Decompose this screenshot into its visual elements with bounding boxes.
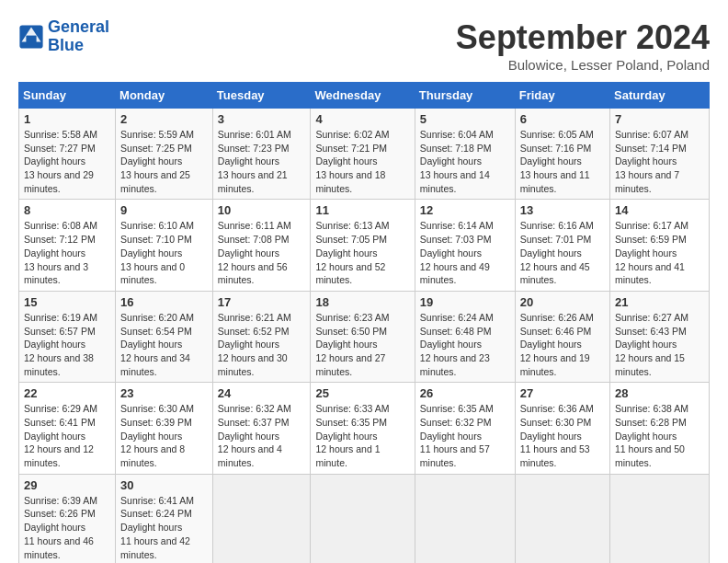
calendar-cell: 15 Sunrise: 6:19 AMSunset: 6:57 PMDaylig… <box>19 291 116 382</box>
cell-info: Sunrise: 6:04 AMSunset: 7:18 PMDaylight … <box>420 129 494 194</box>
calendar-week-5: 29 Sunrise: 6:39 AMSunset: 6:26 PMDaylig… <box>19 474 710 563</box>
calendar-cell: 5 Sunrise: 6:04 AMSunset: 7:18 PMDayligh… <box>415 109 515 200</box>
cell-info: Sunrise: 6:10 AMSunset: 7:10 PMDaylight … <box>120 220 194 285</box>
calendar-cell: 20 Sunrise: 6:26 AMSunset: 6:46 PMDaylig… <box>515 291 609 382</box>
calendar-cell: 11 Sunrise: 6:13 AMSunset: 7:05 PMDaylig… <box>311 200 415 291</box>
day-number: 9 <box>120 203 208 217</box>
calendar-week-1: 1 Sunrise: 5:58 AMSunset: 7:27 PMDayligh… <box>19 109 710 200</box>
weekday-header-saturday: Saturday <box>610 83 710 109</box>
day-number: 13 <box>520 203 605 217</box>
calendar-cell: 1 Sunrise: 5:58 AMSunset: 7:27 PMDayligh… <box>19 109 116 200</box>
cell-info: Sunrise: 6:36 AMSunset: 6:30 PMDaylight … <box>520 403 594 468</box>
day-number: 11 <box>315 203 409 217</box>
calendar-cell <box>610 474 710 563</box>
day-number: 25 <box>315 386 409 400</box>
calendar-cell: 6 Sunrise: 6:05 AMSunset: 7:16 PMDayligh… <box>515 109 609 200</box>
day-number: 26 <box>420 386 510 400</box>
page-header: General Blue September 2024 Bulowice, Le… <box>18 18 710 73</box>
cell-info: Sunrise: 6:08 AMSunset: 7:12 PMDaylight … <box>24 220 97 285</box>
day-number: 5 <box>420 112 510 126</box>
calendar-cell: 14 Sunrise: 6:17 AMSunset: 6:59 PMDaylig… <box>610 200 710 291</box>
day-number: 12 <box>420 203 510 217</box>
cell-info: Sunrise: 6:39 AMSunset: 6:26 PMDaylight … <box>24 495 97 560</box>
cell-info: Sunrise: 6:20 AMSunset: 6:54 PMDaylight … <box>120 312 194 377</box>
day-number: 21 <box>615 295 704 309</box>
calendar-cell: 29 Sunrise: 6:39 AMSunset: 6:26 PMDaylig… <box>19 474 116 563</box>
cell-info: Sunrise: 6:21 AMSunset: 6:52 PMDaylight … <box>218 312 291 377</box>
calendar-cell: 3 Sunrise: 6:01 AMSunset: 7:23 PMDayligh… <box>212 109 311 200</box>
day-number: 8 <box>24 203 110 217</box>
location-subtitle: Bulowice, Lesser Poland, Poland <box>456 57 710 73</box>
cell-info: Sunrise: 6:33 AMSunset: 6:35 PMDaylight … <box>315 403 389 468</box>
cell-info: Sunrise: 6:19 AMSunset: 6:57 PMDaylight … <box>24 312 97 377</box>
day-number: 16 <box>120 295 208 309</box>
cell-info: Sunrise: 6:16 AMSunset: 7:01 PMDaylight … <box>520 220 594 285</box>
calendar-cell <box>311 474 415 563</box>
logo-text: General Blue <box>48 18 109 55</box>
cell-info: Sunrise: 5:58 AMSunset: 7:27 PMDaylight … <box>24 129 97 194</box>
calendar-cell: 26 Sunrise: 6:35 AMSunset: 6:32 PMDaylig… <box>415 383 515 474</box>
cell-info: Sunrise: 6:17 AMSunset: 6:59 PMDaylight … <box>615 220 688 285</box>
day-number: 2 <box>120 112 208 126</box>
calendar-cell: 13 Sunrise: 6:16 AMSunset: 7:01 PMDaylig… <box>515 200 609 291</box>
calendar-cell <box>515 474 609 563</box>
cell-info: Sunrise: 6:30 AMSunset: 6:39 PMDaylight … <box>120 403 194 468</box>
weekday-header-friday: Friday <box>515 83 609 109</box>
cell-info: Sunrise: 6:35 AMSunset: 6:32 PMDaylight … <box>420 403 494 468</box>
calendar-cell: 12 Sunrise: 6:14 AMSunset: 7:03 PMDaylig… <box>415 200 515 291</box>
day-number: 18 <box>315 295 409 309</box>
weekday-header-sunday: Sunday <box>19 83 116 109</box>
month-title: September 2024 <box>456 18 710 57</box>
cell-info: Sunrise: 6:38 AMSunset: 6:28 PMDaylight … <box>615 403 688 468</box>
calendar-cell: 23 Sunrise: 6:30 AMSunset: 6:39 PMDaylig… <box>116 383 213 474</box>
day-number: 19 <box>420 295 510 309</box>
calendar-cell: 22 Sunrise: 6:29 AMSunset: 6:41 PMDaylig… <box>19 383 116 474</box>
day-number: 29 <box>24 478 110 492</box>
day-number: 10 <box>218 203 306 217</box>
cell-info: Sunrise: 6:02 AMSunset: 7:21 PMDaylight … <box>315 129 389 194</box>
calendar-cell: 17 Sunrise: 6:21 AMSunset: 6:52 PMDaylig… <box>212 291 311 382</box>
cell-info: Sunrise: 6:32 AMSunset: 6:37 PMDaylight … <box>218 403 291 468</box>
calendar-cell: 24 Sunrise: 6:32 AMSunset: 6:37 PMDaylig… <box>212 383 311 474</box>
logo-icon <box>18 24 44 50</box>
calendar-cell: 10 Sunrise: 6:11 AMSunset: 7:08 PMDaylig… <box>212 200 311 291</box>
day-number: 24 <box>218 386 306 400</box>
cell-info: Sunrise: 6:26 AMSunset: 6:46 PMDaylight … <box>520 312 594 377</box>
calendar-cell: 4 Sunrise: 6:02 AMSunset: 7:21 PMDayligh… <box>311 109 415 200</box>
calendar-cell: 2 Sunrise: 5:59 AMSunset: 7:25 PMDayligh… <box>116 109 213 200</box>
weekday-header-wednesday: Wednesday <box>311 83 415 109</box>
day-number: 3 <box>218 112 306 126</box>
cell-info: Sunrise: 6:27 AMSunset: 6:43 PMDaylight … <box>615 312 688 377</box>
cell-info: Sunrise: 5:59 AMSunset: 7:25 PMDaylight … <box>120 129 194 194</box>
calendar-cell: 25 Sunrise: 6:33 AMSunset: 6:35 PMDaylig… <box>311 383 415 474</box>
cell-info: Sunrise: 6:07 AMSunset: 7:14 PMDaylight … <box>615 129 688 194</box>
day-number: 20 <box>520 295 605 309</box>
svg-rect-2 <box>26 35 36 42</box>
weekday-header-thursday: Thursday <box>415 83 515 109</box>
calendar-cell: 7 Sunrise: 6:07 AMSunset: 7:14 PMDayligh… <box>610 109 710 200</box>
calendar-week-4: 22 Sunrise: 6:29 AMSunset: 6:41 PMDaylig… <box>19 383 710 474</box>
day-number: 15 <box>24 295 110 309</box>
cell-info: Sunrise: 6:01 AMSunset: 7:23 PMDaylight … <box>218 129 291 194</box>
cell-info: Sunrise: 6:11 AMSunset: 7:08 PMDaylight … <box>218 220 291 285</box>
calendar-week-3: 15 Sunrise: 6:19 AMSunset: 6:57 PMDaylig… <box>19 291 710 382</box>
cell-info: Sunrise: 6:14 AMSunset: 7:03 PMDaylight … <box>420 220 494 285</box>
day-number: 6 <box>520 112 605 126</box>
day-number: 23 <box>120 386 208 400</box>
calendar-body: 1 Sunrise: 5:58 AMSunset: 7:27 PMDayligh… <box>19 109 710 564</box>
calendar-cell: 9 Sunrise: 6:10 AMSunset: 7:10 PMDayligh… <box>116 200 213 291</box>
calendar-cell: 8 Sunrise: 6:08 AMSunset: 7:12 PMDayligh… <box>19 200 116 291</box>
cell-info: Sunrise: 6:41 AMSunset: 6:24 PMDaylight … <box>120 495 194 560</box>
weekday-header-tuesday: Tuesday <box>212 83 311 109</box>
day-number: 14 <box>615 203 704 217</box>
day-number: 27 <box>520 386 605 400</box>
cell-info: Sunrise: 6:23 AMSunset: 6:50 PMDaylight … <box>315 312 389 377</box>
day-number: 22 <box>24 386 110 400</box>
day-number: 1 <box>24 112 110 126</box>
title-area: September 2024 Bulowice, Lesser Poland, … <box>456 18 710 73</box>
day-number: 30 <box>120 478 208 492</box>
calendar-cell: 21 Sunrise: 6:27 AMSunset: 6:43 PMDaylig… <box>610 291 710 382</box>
weekday-header-monday: Monday <box>116 83 213 109</box>
calendar-cell <box>212 474 311 563</box>
weekday-header-row: SundayMondayTuesdayWednesdayThursdayFrid… <box>19 83 710 109</box>
